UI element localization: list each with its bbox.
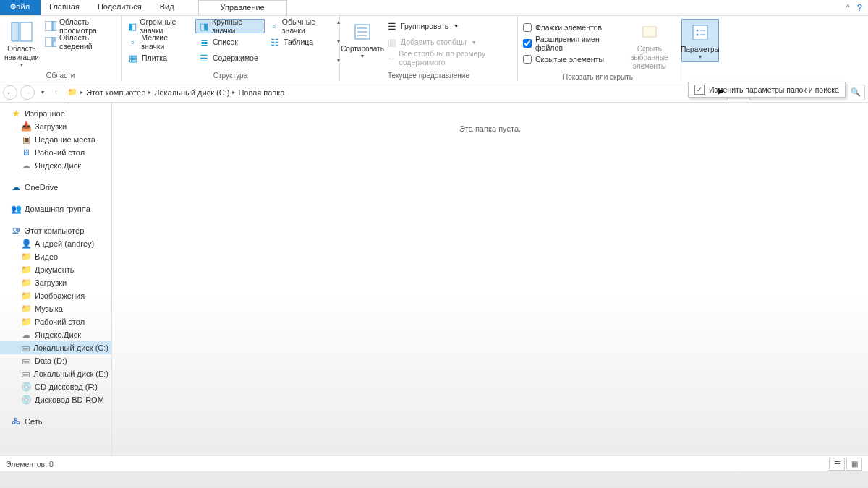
sort-button[interactable]: Сортировать ▼ xyxy=(343,19,382,61)
tree-yandex2[interactable]: ☁Яндекс.Диск xyxy=(0,328,111,341)
back-button[interactable]: ← xyxy=(3,85,17,100)
show-hide-group-label: Показать или скрыть xyxy=(521,72,675,82)
preview-pane-icon xyxy=(45,20,56,32)
view-icons-toggle[interactable]: ▦ xyxy=(846,458,862,471)
view-details-toggle[interactable]: ☰ xyxy=(829,458,845,471)
tab-home[interactable]: Главная xyxy=(41,0,89,15)
layout-tiles[interactable]: ▦Плитка xyxy=(124,51,194,65)
hide-selected-icon xyxy=(638,20,661,43)
hide-selected-button: Скрыть выбранные элементы xyxy=(624,19,675,72)
svg-point-14 xyxy=(697,30,699,32)
svg-rect-3 xyxy=(53,21,56,31)
tree-andrey[interactable]: 👤Андрей (andrey) xyxy=(0,237,111,250)
address-bar[interactable]: 📁 ▸ Этот компьютер▸ Локальный диск (C:)▸… xyxy=(64,85,728,100)
tree-recent[interactable]: ▣Недавние места xyxy=(0,133,111,146)
nav-pane-icon xyxy=(10,20,33,43)
layout-table[interactable]: ☷Таблица xyxy=(266,35,336,49)
tree-homegroup[interactable]: 👥Домашняя группа xyxy=(0,202,111,215)
tab-manage[interactable]: Управление xyxy=(198,0,287,15)
tree-onedrive[interactable]: ☁OneDrive xyxy=(0,181,111,194)
tree-favorites[interactable]: ★Избранное xyxy=(0,107,111,120)
layout-medium-icons[interactable]: ▫Обычные значки xyxy=(266,19,336,33)
folder-icon: 📁 xyxy=(67,87,77,97)
tab-file[interactable]: Файл xyxy=(0,0,41,15)
tab-share[interactable]: Поделиться xyxy=(89,0,151,15)
tree-music[interactable]: 📁Музыка xyxy=(0,302,111,315)
breadcrumb-this-pc[interactable]: Этот компьютер▸ xyxy=(86,88,153,97)
layout-huge-icons[interactable]: ◧Огромные значки xyxy=(124,19,194,33)
options-dropdown-item[interactable]: ✓ Изменить параметры папок и поиска xyxy=(688,82,846,98)
current-view-group-label: Текущее представление xyxy=(343,71,514,80)
help-icon[interactable]: ? xyxy=(857,2,862,13)
preview-pane-button[interactable]: Область просмотра xyxy=(42,19,118,33)
item-count: Элементов: 0 xyxy=(6,460,54,468)
tree-downloads2[interactable]: 📁Загрузки xyxy=(0,276,111,289)
breadcrumb-drive-c[interactable]: Локальный диск (C:)▸ xyxy=(154,88,237,97)
extensions-toggle[interactable]: Расширения имен файлов xyxy=(521,36,623,51)
layout-list[interactable]: ≣Список xyxy=(195,35,265,49)
options-icon xyxy=(689,21,712,44)
status-bar: Элементов: 0 ☰ ▦ xyxy=(0,455,868,471)
collapse-ribbon-icon[interactable]: ^ xyxy=(846,4,850,12)
svg-rect-13 xyxy=(693,25,707,40)
svg-rect-4 xyxy=(45,37,52,47)
checkbox-icon: ✓ xyxy=(694,85,705,95)
tree-network[interactable]: 🖧Сеть xyxy=(0,415,111,428)
hidden-items-toggle[interactable]: Скрытые элементы xyxy=(521,52,623,67)
svg-rect-5 xyxy=(53,37,56,47)
group-icon: ☰ xyxy=(386,20,398,32)
layout-group-label: Структура xyxy=(124,71,336,80)
tree-drive-f[interactable]: 💿CD-дисковод (F:) xyxy=(0,380,111,393)
search-icon: 🔍 xyxy=(851,87,861,97)
autosize-columns-button: ↔Все столбцы по размеру содержимого xyxy=(383,51,514,65)
sort-icon xyxy=(351,20,374,43)
layout-content[interactable]: ☰Содержимое xyxy=(195,51,265,65)
forward-button: → xyxy=(20,85,35,100)
nav-pane-button[interactable]: Область навигации ▼ xyxy=(3,19,41,69)
tree-desktop[interactable]: 🖥Рабочий стол xyxy=(0,146,111,159)
svg-rect-0 xyxy=(12,22,19,41)
tree-drive-c[interactable]: 🖴Локальный диск (C:) xyxy=(0,341,111,354)
svg-rect-12 xyxy=(643,27,656,37)
panes-group-label: Области xyxy=(3,71,118,80)
tree-desktop2[interactable]: 📁Рабочий стол xyxy=(0,315,111,328)
tree-this-pc[interactable]: 🖳Этот компьютер xyxy=(0,224,111,237)
add-columns-icon: ▥ xyxy=(386,36,398,48)
checkboxes-toggle[interactable]: Флажки элементов xyxy=(521,20,623,35)
svg-rect-2 xyxy=(45,21,52,31)
tree-downloads[interactable]: 📥Загрузки xyxy=(0,120,111,133)
layout-large-icons[interactable]: ◨Крупные значки xyxy=(195,19,265,33)
recent-locations-button[interactable]: ▾ xyxy=(38,89,48,95)
group-by-button[interactable]: ☰Группировать▼ xyxy=(383,19,514,33)
autosize-icon: ↔ xyxy=(386,52,396,64)
ribbon-tabs: Файл Главная Поделиться Вид Управление ^… xyxy=(0,0,868,16)
details-pane-icon xyxy=(45,36,56,48)
layout-small-icons[interactable]: ▫Мелкие значки xyxy=(124,35,194,49)
options-button[interactable]: Параметры ▼ xyxy=(681,19,719,62)
ribbon: Область навигации ▼ Область просмотра Об… xyxy=(0,16,868,82)
tree-drive-e[interactable]: 🖴Локальный диск (E:) xyxy=(0,367,111,380)
folder-content: Эта папка пуста. xyxy=(112,103,868,457)
tree-video[interactable]: 📁Видео xyxy=(0,250,111,263)
details-pane-button[interactable]: Область сведений xyxy=(42,35,118,49)
up-button[interactable]: ↑ xyxy=(51,89,61,95)
navigation-tree: ★Избранное 📥Загрузки ▣Недавние места 🖥Ра… xyxy=(0,103,112,457)
empty-folder-label: Эта папка пуста. xyxy=(459,124,521,457)
tree-documents[interactable]: 📁Документы xyxy=(0,263,111,276)
tab-view[interactable]: Вид xyxy=(151,0,184,15)
add-columns-button: ▥Добавить столбцы▼ xyxy=(383,35,514,49)
svg-point-15 xyxy=(697,34,699,36)
tree-drive-d[interactable]: 🖴Data (D:) xyxy=(0,354,111,367)
breadcrumb-folder[interactable]: Новая папка xyxy=(238,88,284,97)
tree-drive-bd[interactable]: 💿Дисковод BD-ROM xyxy=(0,393,111,406)
svg-rect-1 xyxy=(20,22,32,41)
tree-yandex[interactable]: ☁Яндекс.Диск xyxy=(0,159,111,172)
tree-pictures[interactable]: 📁Изображения xyxy=(0,289,111,302)
